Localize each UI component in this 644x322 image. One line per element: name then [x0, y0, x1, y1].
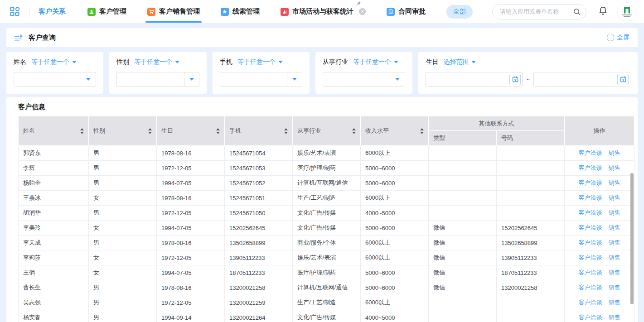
table-row: 王燕冰女1978-08-1615245671051生产/工艺/制造6000以上客…	[19, 191, 634, 206]
customer-negotiation-link[interactable]: 客户洽谈	[579, 149, 602, 156]
chevron-down-icon	[292, 78, 297, 81]
calendar-icon[interactable]	[617, 74, 629, 85]
sort-icon[interactable]	[420, 128, 424, 134]
cell-contact_type	[429, 206, 497, 221]
cell-gender: 男	[89, 235, 157, 250]
column-header-industry: 从事行业	[293, 116, 361, 146]
customer-negotiation-link[interactable]: 客户洽谈	[579, 224, 602, 231]
tab-marketing-stats[interactable]: 市场活动与获客统计 ✕	[281, 7, 366, 16]
notifications-bell-icon[interactable]	[598, 6, 608, 18]
sort-icon[interactable]	[284, 128, 288, 134]
customer-negotiation-link[interactable]: 客户洽谈	[579, 314, 602, 321]
company-logo[interactable]	[618, 3, 636, 21]
tab-leads-management[interactable]: 线索管理	[221, 7, 260, 16]
cell-industry: 医疗/护理/制药	[293, 161, 361, 176]
cell-industry: 文化/广告/传媒	[293, 206, 361, 221]
sales-link[interactable]: 销售	[609, 239, 620, 246]
date-start-field[interactable]	[426, 72, 523, 87]
customer-negotiation-link[interactable]: 客户洽谈	[579, 179, 602, 186]
tab-label: 合同审批	[398, 7, 426, 16]
cell-birthday: 1978-08-16	[157, 191, 225, 206]
sales-link[interactable]: 销售	[609, 299, 620, 306]
all-apps-button[interactable]: 全部	[446, 5, 473, 19]
customer-negotiation-link[interactable]: 客户洽谈	[579, 209, 602, 216]
logo-glyph-icon	[623, 7, 631, 14]
calendar-icon[interactable]	[509, 74, 521, 85]
sales-link[interactable]: 销售	[609, 164, 620, 171]
sort-icon[interactable]	[216, 128, 220, 134]
date-end-input[interactable]	[537, 76, 617, 83]
filter-select-gender[interactable]	[116, 72, 199, 87]
select-arrow-button[interactable]	[184, 72, 199, 86]
customer-negotiation-link[interactable]: 客户洽谈	[579, 284, 602, 291]
sales-link[interactable]: 销售	[609, 284, 620, 291]
tab-customer-management[interactable]: 客户管理	[87, 7, 126, 16]
vertical-scrollbar[interactable]	[630, 173, 634, 304]
cell-income: 4000~5000	[361, 206, 429, 221]
sales-link[interactable]: 销售	[609, 149, 620, 156]
cell-gender: 男	[89, 295, 157, 310]
cell-contact_number	[497, 176, 565, 191]
search-icon[interactable]	[573, 8, 581, 16]
pin-icon	[355, 1, 361, 7]
sales-link[interactable]: 销售	[609, 254, 620, 261]
customer-table: 姓名 性别 生日 手机	[18, 116, 634, 322]
home-workspace-link[interactable]: 客户关系	[39, 7, 66, 16]
filter-condition-dropdown[interactable]: 等于任意一个	[31, 58, 77, 66]
sort-icon[interactable]	[352, 128, 356, 134]
cell-income: 6000以上	[361, 250, 429, 265]
app-search	[492, 4, 586, 19]
apps-grid-icon[interactable]	[10, 7, 20, 17]
table-row: 杨贻奎男1994-07-0515245671052计算机/互联网/通信5000~…	[19, 176, 634, 191]
search-input[interactable]	[492, 4, 586, 19]
cell-contact_type: 微信	[429, 250, 497, 265]
sales-link[interactable]: 销售	[609, 269, 620, 276]
cell-contact_number	[497, 295, 565, 310]
column-header-birthday: 生日	[157, 116, 225, 146]
customer-negotiation-link[interactable]: 客户洽谈	[579, 164, 602, 171]
chevron-down-icon	[395, 78, 400, 81]
customer-negotiation-link[interactable]: 客户洽谈	[579, 299, 602, 306]
date-start-input[interactable]	[430, 76, 509, 83]
select-arrow-button[interactable]	[81, 72, 96, 86]
filter-select-name[interactable]	[14, 72, 96, 87]
cell-income: 6000以上	[361, 191, 429, 206]
fullscreen-icon	[607, 34, 614, 41]
cell-phone: 15245671052	[225, 176, 293, 191]
filter-select-industry[interactable]	[323, 72, 405, 87]
sales-link[interactable]: 销售	[609, 314, 620, 321]
chevron-down-icon	[86, 78, 91, 81]
filter-condition-dropdown[interactable]: 等于任意一个	[134, 58, 179, 66]
customer-negotiation-link[interactable]: 客户洽谈	[579, 254, 602, 261]
cell-gender: 女	[89, 191, 157, 206]
date-end-field[interactable]	[533, 72, 630, 87]
filter-card-birthday: 生日 选择范围 ~	[418, 52, 638, 94]
filter-condition-dropdown[interactable]: 选择范围	[443, 58, 476, 66]
tab-label: 市场活动与获客统计	[292, 7, 353, 16]
sales-link[interactable]: 销售	[609, 179, 620, 186]
column-header-income: 收入水平	[361, 116, 429, 146]
tab-label: 客户管理	[99, 7, 126, 16]
tab-customer-sales-management[interactable]: 客户销售管理	[147, 7, 200, 16]
collapse-menu-icon[interactable]	[15, 34, 23, 41]
table-row: 曹长生男1978-08-1613200021258计算机/互联网/通信5000~…	[19, 280, 634, 295]
select-arrow-button[interactable]	[390, 72, 405, 86]
sales-link[interactable]: 销售	[609, 194, 620, 201]
filter-condition-dropdown[interactable]: 等于任意一个	[353, 58, 398, 66]
close-tab-icon[interactable]: ✕	[359, 8, 366, 15]
cell-income: 5000~6000	[361, 161, 429, 176]
customer-negotiation-link[interactable]: 客户洽谈	[579, 239, 602, 246]
sort-icon[interactable]	[80, 128, 84, 134]
sales-link[interactable]: 销售	[609, 209, 620, 216]
filter-condition-dropdown[interactable]: 等于任意一个	[237, 58, 283, 66]
tab-contract-approval[interactable]: 合同审批	[387, 7, 426, 16]
sort-icon[interactable]	[148, 128, 152, 134]
customer-negotiation-link[interactable]: 客户洽谈	[579, 194, 602, 201]
customer-negotiation-link[interactable]: 客户洽谈	[579, 269, 602, 276]
select-arrow-button[interactable]	[287, 72, 302, 86]
fullscreen-button[interactable]: 全屏	[607, 34, 629, 42]
cell-phone: 18705112233	[225, 265, 293, 280]
cell-income: 5000~6000	[361, 265, 429, 280]
filter-select-phone[interactable]	[220, 72, 302, 87]
sales-link[interactable]: 销售	[609, 224, 620, 231]
